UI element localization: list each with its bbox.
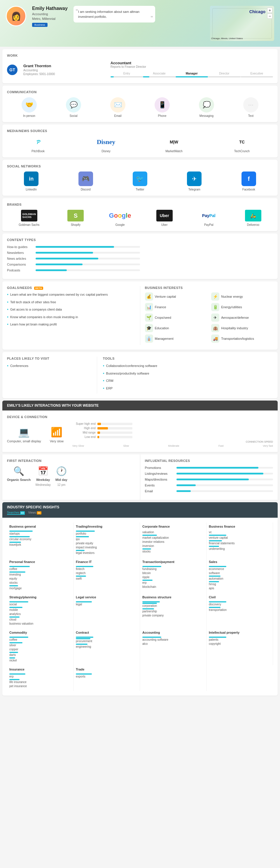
map-zoom-out[interactable]: − — [267, 13, 272, 19]
col-sales: Sales ecommerce software automation hmsg… — [207, 558, 273, 593]
map-controls[interactable]: + − — [267, 8, 272, 19]
biz-4: 👔 Management — [145, 335, 207, 343]
resource-label-2: Maps/directions — [145, 478, 174, 481]
conn-speed-labels: Very Slow Slow Moderate Fast Very fast — [72, 444, 273, 447]
col-title-8: Strategy/planning — [9, 595, 71, 599]
tab-searches[interactable]: Searches ●● — [7, 511, 25, 515]
kw-bar — [142, 580, 152, 581]
crops-icon: 🌱 — [145, 313, 153, 322]
kw-underwriting: underwriting — [209, 547, 270, 551]
kw-bar — [76, 536, 89, 537]
col-title-9: Legal service — [76, 595, 137, 599]
hospitality-icon: 🏨 — [211, 324, 219, 332]
kw-impact: impact investing — [76, 546, 137, 549]
col-title-14: Accounting — [142, 631, 204, 634]
profile-header: 👩 Emily Hathaway Accounting Metro, Mille… — [0, 0, 280, 47]
content-left: How-to guides Newsletters News articles … — [7, 245, 140, 274]
kw-erp-ins: erp — [9, 675, 71, 678]
tab-views[interactable]: Views ●● — [28, 511, 41, 515]
content-row-2: News articles — [7, 257, 140, 260]
facebook-icon: f — [242, 172, 256, 186]
kw-valuation: valuation — [142, 531, 204, 534]
kw-erp: erp — [142, 581, 204, 584]
kw-accounting-sw: accounting software — [142, 638, 204, 641]
social-twitter: 🐦 Twitter — [133, 172, 147, 191]
social-section: SOCIAL NETWORKS in LinkedIn 🎮 Discord 🐦 … — [2, 160, 278, 196]
career-executive[interactable]: Executive — [241, 71, 273, 79]
brand-label-1: Shopify — [71, 223, 80, 226]
brand-google: Google Google — [112, 210, 128, 226]
biz-6: 🔋 Energy/utilities — [211, 303, 273, 311]
biz-label-3: Education — [155, 326, 169, 330]
bullet-icon: • — [103, 378, 104, 384]
tool-label-3: ERP — [106, 386, 113, 391]
messaging-icon: 💭 — [199, 97, 214, 113]
content-label-1: Newsletters — [7, 251, 33, 254]
col-title-17: Trade — [76, 668, 137, 671]
career-entry[interactable]: Entry — [110, 71, 143, 79]
career-levels: Entry Associate Manager Director Executi… — [110, 71, 273, 79]
kw-venture: venture capital — [209, 536, 270, 539]
kw-bar — [9, 536, 30, 537]
wifi-icon: 📶 — [51, 427, 62, 438]
kw-darts: darts — [9, 653, 71, 656]
kw-copyright: copyright — [209, 642, 270, 645]
social-linkedin: in LinkedIn — [24, 172, 38, 191]
influential-resources-section: INFLUENTIAL RESOURCES Promotions Listing… — [140, 454, 278, 500]
career-associate[interactable]: Associate — [143, 71, 175, 79]
paypal-logo: PayPal — [201, 210, 217, 221]
google-logo: Google — [112, 210, 128, 221]
brand-label-5: Deliveroo — [247, 223, 259, 226]
education-icon: 🎓 — [145, 324, 153, 332]
resource-4: Email — [145, 489, 273, 493]
kw-legal: legal — [76, 603, 137, 606]
nuclear-icon: ⚡ — [211, 292, 219, 301]
career-director[interactable]: Director — [208, 71, 240, 79]
content-label-4: Podcasts — [7, 269, 33, 272]
bullet-icon: • — [7, 363, 8, 369]
kw-exports: exports — [76, 675, 137, 678]
map-zoom-in[interactable]: + — [267, 8, 272, 13]
avatar: 👩 — [6, 6, 26, 26]
conn-row-0: Super high end — [72, 422, 273, 425]
kw-fin-statements: financial statements — [209, 542, 270, 545]
telegram-icon: ✈ — [187, 172, 202, 186]
social-label-1: Discord — [81, 188, 91, 191]
bullet-icon: • — [7, 300, 8, 305]
comm-social: 💬 Social — [66, 97, 81, 118]
conn-label-0: Super high end — [72, 422, 96, 425]
kw-mortgage: mortgage — [9, 587, 71, 590]
kw-pe: private equity — [76, 542, 137, 545]
comm-label-0: In person — [23, 114, 35, 118]
conn-speed-title: CONNECTION SPEED — [72, 440, 273, 443]
resource-0: Promotions — [145, 466, 273, 469]
comm-icons: 🤝 In person 💬 Social ✉️ Email 📱 Phone 💭 … — [7, 97, 273, 118]
comm-messaging: 💭 Messaging — [199, 97, 214, 118]
social-telegram: ✈ Telegram — [187, 172, 202, 191]
resource-label-3: Events — [145, 484, 174, 487]
goal-3: • Know what companies is elon musk inves… — [7, 315, 135, 320]
col-ip: Intellectual property patents copyright — [207, 628, 273, 665]
kw-discovery: discovery — [209, 603, 270, 606]
kw-engineering: engineering — [76, 645, 137, 648]
bullet-icon: • — [103, 386, 104, 392]
col-trade: Trade exports — [73, 665, 140, 691]
search-icon: 🔍 — [13, 466, 24, 476]
career-manager[interactable]: Manager — [176, 71, 208, 79]
bullet-icon: • — [7, 322, 8, 328]
media-label-0: PitchBook — [32, 150, 45, 153]
brand-paypal: PayPal PayPal — [201, 210, 217, 226]
kw-traveljork: traveljork — [9, 543, 71, 546]
col-finance-it: Finance IT fintech regtech swift — [73, 558, 140, 593]
kw-bar — [209, 566, 226, 567]
device-connection-section: DEVICE & CONNECTION 💻 Computer, small di… — [2, 410, 278, 452]
media-pitchbook: 𝓟 PitchBook — [30, 136, 47, 153]
resource-label-1: Listings/reviews — [145, 472, 174, 475]
social-discord: 🎮 Discord — [78, 172, 93, 191]
col-title-10: Business structure — [142, 595, 204, 599]
col-biz-structure: Business structure corporation partnersh… — [140, 593, 207, 628]
biz-2: 🌱 Crops/seed — [145, 313, 207, 322]
tool-label-2: CRM — [106, 379, 113, 383]
kw-nickel: nickel — [9, 659, 71, 662]
speed-0: Very Slow — [72, 444, 84, 447]
